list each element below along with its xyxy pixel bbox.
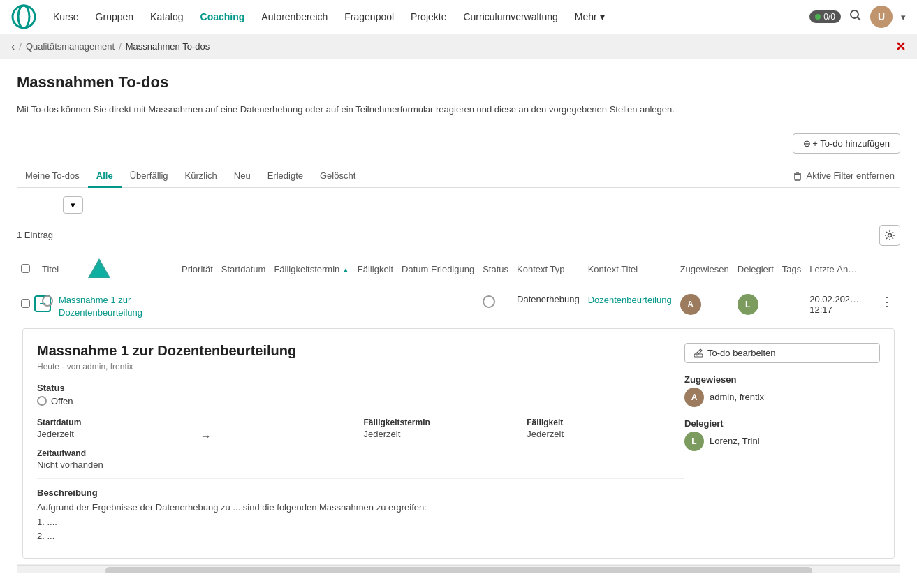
row-status-icon (483, 295, 495, 308)
th-tags: Tags (778, 251, 805, 288)
table-wrapper: Titel Priorität Startdatum Fälligkeitste… (17, 251, 900, 566)
tab-kuerzlich[interactable]: Kürzlich (177, 165, 226, 188)
row-prioritaet (177, 288, 217, 325)
remove-filters-button[interactable]: Aktive Filter entfernen (787, 168, 900, 184)
logo-icon (11, 4, 36, 29)
detail-subtitle: Heute - von admin, frentix (37, 362, 684, 372)
row-faelligkeit (353, 288, 397, 325)
horizontal-scrollbar[interactable] (17, 565, 900, 573)
status-dot (815, 14, 821, 20)
tab-erledigte[interactable]: Erledigte (259, 165, 311, 188)
sort-arrow-up: ▲ (342, 266, 349, 274)
row-zugewiesen-avatar: A (680, 294, 701, 315)
svg-point-0 (13, 6, 35, 28)
th-prioritaet: Priorität (177, 251, 217, 288)
select-all-checkbox-header[interactable] (17, 251, 38, 288)
th-datum-erledigung: Datum Erledigung (397, 251, 478, 288)
detail-panel: Massnahme 1 zur Dozentenbeurteilung Heut… (22, 328, 895, 559)
row-actions-menu-button[interactable]: ⋮ (878, 295, 896, 309)
nav-autorenbereich[interactable]: Autorenbereich (261, 11, 328, 22)
tab-meine-todos[interactable]: Meine To-dos (17, 165, 88, 188)
th-delegiert: Delegiert (733, 251, 778, 288)
nav-kurse[interactable]: Kurse (53, 11, 79, 22)
row-kontext-titel-link[interactable]: Dozentenbeurteilung (588, 295, 672, 305)
breadcrumb: ‹ / Qualitätsmanagement / Massnahmen To-… (0, 34, 917, 59)
nav-curriculumverwaltung[interactable]: Curriculumverwaltung (463, 11, 557, 22)
edit-todo-button[interactable]: To-do bearbeiten (684, 343, 880, 363)
chevron-down-icon: ▾ (600, 11, 605, 22)
filter-dropdown-button[interactable]: ▾ (63, 196, 83, 214)
main-content: Massnahmen To-dos Mit To-dos können Sie … (0, 59, 917, 588)
breadcrumb-sep2: / (119, 41, 122, 52)
detail-beschreibung-section: Beschreibung Aufgrund der Ergebnisse der… (37, 487, 684, 544)
trash-icon (793, 171, 802, 181)
settings-icon (884, 230, 895, 241)
tab-neu[interactable]: Neu (226, 165, 259, 188)
detail-status-label: Status (37, 383, 684, 393)
detail-delegiert-section: Delegiert L Lorenz, Trini (684, 418, 880, 451)
svg-point-1 (18, 6, 29, 28)
tab-ueberfaellig[interactable]: Überfällig (122, 165, 177, 188)
edit-icon (694, 348, 703, 358)
th-kontext-titel: Kontext Titel (584, 251, 676, 288)
page-title: Massnahmen To-dos (17, 73, 900, 91)
row-delegiert: L (733, 288, 778, 325)
row-status-circle (42, 295, 53, 307)
nav-fragenpool[interactable]: Fragenpool (344, 11, 394, 22)
nav-coaching[interactable]: Coaching (200, 11, 245, 22)
nav-projekte[interactable]: Projekte (411, 11, 446, 22)
detail-faelligkeitstermin-field: Fälligkeitstermin Jederzeit (364, 418, 522, 443)
th-startdatum: Startdatum (217, 251, 270, 288)
svg-line-3 (858, 17, 861, 20)
row-zugewiesen: A (676, 288, 733, 325)
entry-count: 1 Eintrag (17, 230, 53, 240)
filter-row: ▾ (17, 193, 900, 214)
detail-zugewiesen-label: Zugewiesen (684, 374, 880, 385)
todos-table: Titel Priorität Startdatum Fälligkeitste… (17, 251, 900, 566)
svg-point-2 (851, 10, 858, 18)
search-button[interactable] (849, 9, 862, 25)
detail-beschreibung-text: Aufgrund der Ergebnisse der Datenerhebun… (37, 501, 684, 544)
detail-dates-grid: Startdatum Jederzeit → Fälligkeitstermin… (37, 418, 684, 479)
breadcrumb-close-button[interactable]: ✕ (895, 39, 906, 54)
detail-title: Massnahme 1 zur Dozentenbeurteilung (37, 343, 684, 359)
breadcrumb-current: Massnahmen To-dos (126, 41, 210, 52)
th-zugewiesen: Zugewiesen (676, 251, 733, 288)
th-faelligkeitstermin[interactable]: Fälligkeitstermin ▲ (270, 251, 353, 288)
row-datum-erledigung (397, 288, 478, 325)
breadcrumb-parent-link[interactable]: Qualitätsmanagement (26, 41, 115, 52)
action-bar: ⊕ + To-do hinzufügen (17, 133, 900, 154)
page-description: Mit To-dos können Sie direkt mit Massnah… (17, 103, 900, 117)
svg-point-7 (888, 233, 892, 237)
th-actions (874, 251, 900, 288)
detail-zeitaufwand-field: Zeitaufwand Nicht vorhanden (37, 448, 195, 470)
row-checkbox[interactable] (21, 299, 30, 308)
add-todo-button[interactable]: ⊕ + To-do hinzufügen (793, 133, 900, 154)
detail-list-item-1: 1. .... (37, 517, 57, 527)
nav-badge: 0/0 (809, 10, 841, 23)
user-avatar[interactable]: U (870, 6, 893, 28)
user-menu-chevron[interactable]: ▾ (901, 12, 906, 22)
column-settings-button[interactable] (879, 225, 900, 246)
nav-mehr[interactable]: Mehr ▾ (575, 11, 605, 22)
detail-zugewiesen-row: A admin, frentix (684, 388, 880, 407)
search-icon (849, 9, 862, 22)
row-startdatum (217, 288, 270, 325)
row-title-link[interactable]: Massnahme 1 zur Dozentenbeurteilung (59, 294, 173, 319)
tab-geloescht[interactable]: Gelöscht (311, 165, 364, 188)
detail-zugewiesen-avatar: A (684, 388, 704, 407)
select-all-checkbox[interactable] (21, 264, 30, 273)
detail-arrow-icon: → (200, 418, 358, 443)
tab-alle[interactable]: Alle (88, 165, 122, 188)
th-kontext-typ: Kontext Typ (513, 251, 584, 288)
nav-gruppen[interactable]: Gruppen (96, 11, 133, 22)
nav-katalog[interactable]: Katalog (150, 11, 183, 22)
breadcrumb-back-button[interactable]: ‹ (11, 41, 15, 53)
entry-count-row: 1 Eintrag (17, 219, 900, 251)
detail-delegiert-label: Delegiert (684, 418, 880, 429)
svg-rect-4 (795, 175, 800, 180)
logo[interactable] (11, 4, 36, 29)
detail-delegiert-row: L Lorenz, Trini (684, 432, 880, 451)
row-kontext-typ: Datenerhebung (513, 288, 584, 325)
row-tags (778, 288, 805, 325)
